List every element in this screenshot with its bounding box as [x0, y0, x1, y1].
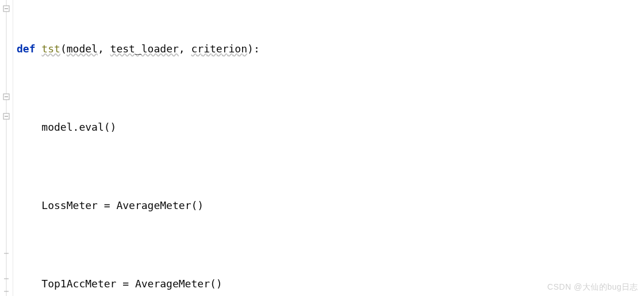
- code-line[interactable]: model.eval(): [17, 117, 496, 137]
- code-line[interactable]: def tst(model, test_loader, criterion):: [17, 39, 496, 59]
- code-editor[interactable]: def tst(model, test_loader, criterion): …: [0, 0, 644, 296]
- code-line[interactable]: Top1AccMeter = AverageMeter(): [17, 274, 496, 294]
- code-area[interactable]: def tst(model, test_loader, criterion): …: [13, 0, 499, 296]
- keyword-def: def: [17, 43, 36, 55]
- param: test_loader: [110, 43, 179, 55]
- code-line[interactable]: LossMeter = AverageMeter(): [17, 196, 496, 215]
- function-name: tst: [41, 43, 60, 55]
- gutter: [0, 0, 13, 296]
- fold-markers: [0, 0, 13, 296]
- param: model: [67, 43, 98, 55]
- param: criterion: [191, 43, 248, 55]
